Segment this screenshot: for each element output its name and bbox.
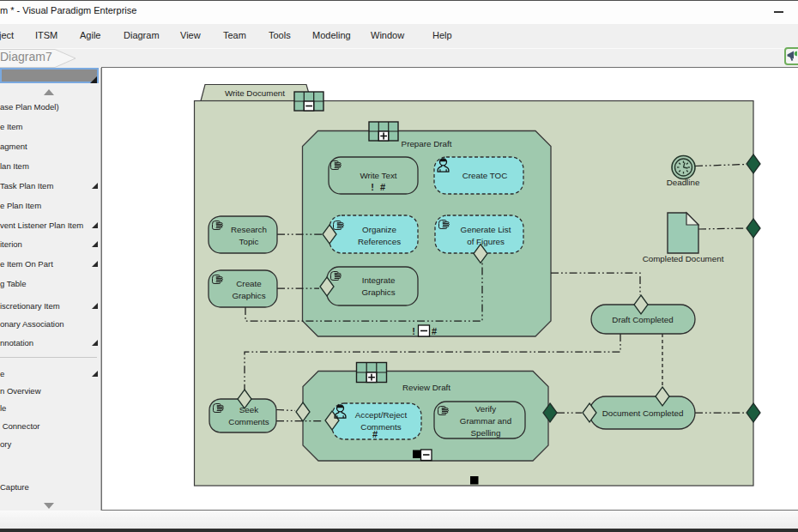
svg-text:Draft Completed: Draft Completed xyxy=(612,315,673,324)
svg-text:Comments: Comments xyxy=(360,422,401,432)
svg-text:Topic: Topic xyxy=(239,237,259,246)
svg-text:Integrate: Integrate xyxy=(362,275,396,285)
svg-text:Create: Create xyxy=(236,279,262,288)
svg-text:Prepare Draft: Prepare Draft xyxy=(402,139,452,148)
svg-text:Graphics: Graphics xyxy=(232,291,265,300)
svg-text:Graphics: Graphics xyxy=(361,287,395,297)
svg-text:Generate List: Generate List xyxy=(461,225,511,234)
svg-text:Verify: Verify xyxy=(475,404,497,414)
svg-text:Document Completed: Document Completed xyxy=(602,408,684,418)
svg-text:Deadline: Deadline xyxy=(667,178,700,187)
svg-text:Organize: Organize xyxy=(362,225,396,234)
svg-text:Accept/Reject: Accept/Reject xyxy=(355,410,408,420)
svg-text:Write Text: Write Text xyxy=(360,171,396,180)
svg-text:Create TOC: Create TOC xyxy=(462,171,507,180)
svg-text:Grammar and: Grammar and xyxy=(460,416,511,426)
svg-text:Research: Research xyxy=(231,225,267,234)
svg-text:Completed Document: Completed Document xyxy=(643,254,724,263)
svg-text:Spelling: Spelling xyxy=(471,428,501,438)
svg-text:Review Draft: Review Draft xyxy=(402,383,450,392)
svg-text:#: # xyxy=(372,429,378,439)
svg-text:Write Document: Write Document xyxy=(225,88,285,98)
svg-text:References: References xyxy=(358,237,401,246)
svg-text:Comments: Comments xyxy=(228,417,269,426)
svg-text:of Figures: of Figures xyxy=(467,237,505,246)
svg-text:!: ! xyxy=(412,326,415,336)
svg-text:#: # xyxy=(380,182,385,192)
svg-text:!: ! xyxy=(371,182,374,192)
svg-text:#: # xyxy=(432,326,437,336)
svg-text:Seek: Seek xyxy=(239,405,258,414)
